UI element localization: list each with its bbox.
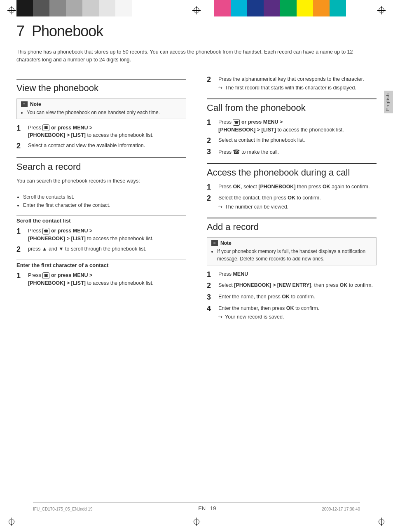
access-step-2: 2 Select the contact, then press OK to c…: [207, 194, 377, 211]
note-label: Note: [30, 101, 41, 107]
subsection-first-char: Enter the first character of a contact 1…: [16, 260, 186, 287]
note-box-add: Note If your phonebook memory is full, t…: [207, 237, 377, 265]
footer-page-number: EN 19: [198, 505, 216, 511]
page-footer: IFU_CD170-175_05_EN.indd 19 EN 19 2009-1…: [33, 502, 360, 511]
add-steps: 1 Press MENU 2 Select [PHONEBOOK] > [NEW…: [207, 270, 377, 321]
color-swatch-blue: [247, 0, 264, 16]
color-swatch-orange: [313, 0, 330, 16]
reg-mark-bl: [7, 518, 16, 526]
search-bullet-2: Enter the first character of the contact…: [23, 201, 186, 209]
section-heading-add: Add a record: [207, 218, 377, 232]
firstchar-step-2: 2 Press the alphanumerical key that corr…: [207, 75, 377, 92]
section-view-phonebook: View the phonebook Note You can view the…: [16, 79, 186, 151]
scroll-steps: 1 Press ☎ or press MENU > [PHONEBOOK] > …: [16, 227, 186, 254]
chapter-heading: 7 Phonebook: [16, 23, 377, 40]
section-heading-view: View the phonebook: [16, 79, 186, 94]
access-steps: 1 Press OK, select [PHONEBOOK] then pres…: [207, 183, 377, 211]
reg-mark-tl: [7, 6, 16, 14]
note-text-add: If your phonebook memory is full, the ha…: [217, 248, 372, 262]
view-step-1: 1 Press ☎ or press MENU > [PHONEBOOK] > …: [16, 124, 186, 140]
access-step2-result: ↪ The number can be viewed.: [218, 203, 377, 211]
section-heading-access: Access the phonebook during a call: [207, 163, 377, 178]
color-swatch-yellow: [297, 0, 313, 16]
scroll-step-1: 1 Press ☎ or press MENU > [PHONEBOOK] > …: [16, 227, 186, 243]
phonebook-btn-1: ☎: [42, 228, 49, 234]
page-content: 7 Phonebook This phone has a phonebook t…: [16, 23, 377, 516]
footer-date: 2009-12-17 17:30:40: [322, 507, 360, 511]
call-step-2: 2 Select a contact in the phonebook list…: [207, 136, 377, 145]
firstchar-step-1: 1 Press ☎ or press MENU > [PHONEBOOK] > …: [16, 272, 186, 287]
color-swatch-black: [16, 0, 33, 16]
reg-mark-bc: [192, 518, 201, 526]
color-swatch-white: [115, 0, 132, 16]
two-column-layout: View the phonebook Note You can view the…: [16, 72, 377, 326]
note-box-view: Note You can view the phonebook on one h…: [16, 98, 186, 119]
color-swatch-cyan: [231, 0, 247, 16]
color-swatch-purple: [264, 0, 280, 16]
add-step-2: 2 Select [PHONEBOOK] > [NEW ENTRY], then…: [207, 281, 377, 291]
firstchar-step2-result: ↪ The first record that starts with this…: [218, 84, 377, 92]
footer-filename: IFU_CD170-175_05_EN.indd 19: [33, 507, 93, 511]
section-search-record: Search a record You can search the phone…: [16, 157, 186, 287]
call-step-1: 1 Press ☎ or press MENU > [PHONEBOOK] > …: [207, 118, 377, 134]
language-tab: English: [384, 91, 393, 113]
add-step4-result: ↪ Your new record is saved.: [218, 313, 377, 321]
phonebook-btn-2: ☎: [42, 272, 49, 279]
phonebook-button-icon: ☎: [42, 124, 49, 131]
section-add-record: Add a record Note If your phonebook memo…: [207, 218, 377, 321]
color-swatch-light: [66, 0, 82, 16]
color-swatch-pink: [214, 0, 231, 16]
reg-mark-tc: [192, 6, 201, 14]
reg-mark-br: [377, 518, 386, 526]
color-swatch-lighter: [82, 0, 99, 16]
view-step-2: 2 Select a contact and view the availabl…: [16, 142, 186, 151]
subsection-scroll-list: Scroll the contact list 1 Press ☎ or pre…: [16, 215, 186, 254]
phonebook-btn-call: ☎: [233, 119, 240, 126]
call-step-3: 3 Press ☎ to make the call.: [207, 148, 377, 157]
reg-mark-tr: [377, 6, 386, 14]
scroll-step-2: 2 press ▲ and ▼ to scroll through the ph…: [16, 245, 186, 254]
call-steps: 1 Press ☎ or press MENU > [PHONEBOOK] > …: [207, 118, 377, 157]
view-steps: 1 Press ☎ or press MENU > [PHONEBOOK] > …: [16, 124, 186, 151]
note-icon-add: [211, 240, 218, 246]
color-swatch-mid: [49, 0, 66, 16]
note-text-view: You can view the phonebook on one handse…: [27, 109, 182, 116]
color-swatch-dark: [33, 0, 49, 16]
firstchar-steps: 1 Press ☎ or press MENU > [PHONEBOOK] > …: [16, 272, 186, 287]
add-step-1: 1 Press MENU: [207, 270, 377, 279]
color-swatch-teal: [330, 0, 346, 16]
add-step-3: 3 Enter the name, then press OK to confi…: [207, 293, 377, 302]
section-heading-call: Call from the phonebook: [207, 98, 377, 113]
note-icon: [21, 101, 28, 107]
chapter-intro: This phone has a phonebook that stores u…: [16, 48, 377, 64]
section-access-during-call: Access the phonebook during a call 1 Pre…: [207, 163, 377, 211]
left-column: View the phonebook Note You can view the…: [16, 72, 190, 326]
access-step-1: 1 Press OK, select [PHONEBOOK] then pres…: [207, 183, 377, 192]
section-heading-search: Search a record: [16, 157, 186, 172]
call-icon: ☎: [233, 148, 240, 155]
right-column: 2 Press the alphanumerical key that corr…: [203, 72, 377, 326]
subsection-heading-firstchar: Enter the first character of a contact: [16, 260, 186, 268]
subsection-heading-scroll: Scroll the contact list: [16, 215, 186, 224]
color-swatch-green: [280, 0, 297, 16]
search-bullet-1: Scroll the contacts list.: [23, 193, 186, 201]
search-bullet-list: Scroll the contacts list. Enter the firs…: [16, 193, 186, 209]
note-label-add: Note: [220, 240, 232, 246]
color-swatch-lightest: [99, 0, 115, 16]
section-call-phonebook: Call from the phonebook 1 Press ☎ or pre…: [207, 98, 377, 157]
firstchar-step2-container: 2 Press the alphanumerical key that corr…: [207, 75, 377, 92]
search-intro: You can search the phonebook records in …: [16, 177, 186, 185]
add-step-4: 4 Enter the number, then press OK to con…: [207, 305, 377, 321]
